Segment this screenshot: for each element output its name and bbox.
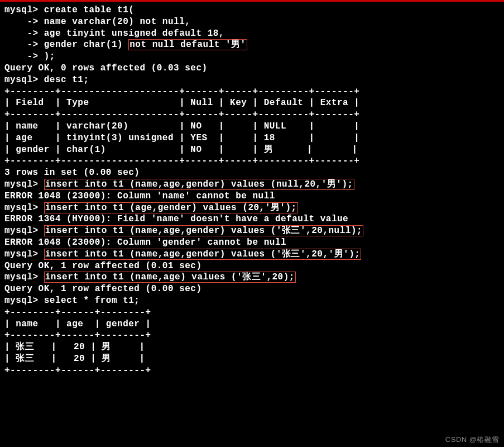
rows-in-set: 3 rows in set (0.00 sec) [4, 167, 500, 179]
prompt-3: mysql> [4, 226, 44, 236]
table-border-mid: +--------+---------------------+------+-… [4, 109, 500, 121]
table-row-gender: | gender | char(1) | NO | | 男 | | [4, 144, 500, 156]
insert-3: mysql> insert into t1 (name,age,gender) … [4, 225, 500, 237]
create-table-line-2: -> name varchar(20) not null, [4, 16, 500, 28]
table-header: | Field | Type | Null | Key | Default | … [4, 97, 500, 109]
result-header: | name | age | gender | [4, 318, 500, 330]
select-command: mysql> select * from t1; [4, 295, 500, 307]
create-table-line-4-prefix: -> gender char(1) [4, 40, 128, 50]
error-1048-gender: ERROR 1048 (23000): Column 'gender' cann… [4, 237, 500, 249]
error-1048-name: ERROR 1048 (23000): Column 'name' cannot… [4, 191, 500, 202]
result-row-1: | 张三 | 20 | 男 | [4, 341, 500, 353]
result-border-mid: +--------+------+--------+ [4, 330, 500, 341]
create-table-line-1: mysql> create table t1( [4, 4, 500, 16]
insert-4: mysql> insert into t1 (name,age,gender) … [4, 249, 500, 260]
highlighted-insert-full: insert into t1 (name,age,gender) values … [44, 249, 362, 260]
highlighted-insert-null-name: insert into t1 (name,age,gender) values … [44, 179, 354, 190]
prompt-4: mysql> [4, 249, 44, 259]
terminal-output: mysql> create table t1( -> name varchar(… [4, 4, 500, 377]
create-table-line-5: -> ); [4, 51, 500, 63]
create-table-line-4: -> gender char(1) not null default '男' [4, 39, 500, 51]
highlighted-not-null-default: not null default '男' [128, 39, 247, 50]
highlighted-insert-null-gender: insert into t1 (name,age,gender) values … [44, 225, 363, 236]
error-1364: ERROR 1364 (HY000): Field 'name' doesn't… [4, 213, 500, 225]
prompt-5: mysql> [4, 272, 44, 282]
insert-2: mysql> insert into t1 (age,gender) value… [4, 202, 500, 214]
desc-command: mysql> desc t1; [4, 74, 500, 86]
result-border-bottom: +--------+------+--------+ [4, 365, 500, 377]
insert-5: mysql> insert into t1 (name,age) values … [4, 272, 500, 283]
top-border [0, 0, 504, 2]
query-ok-insert-2: Query OK, 1 row affected (0.00 sec) [4, 283, 500, 295]
highlighted-insert-no-name: insert into t1 (age,gender) values (20,'… [44, 202, 298, 213]
table-row-age: | age | tinyint(3) unsigned | YES | | 18… [4, 132, 500, 144]
create-table-line-3: -> age tinyint unsigned default 18, [4, 28, 500, 40]
watermark: CSDN @椿融雪 [445, 435, 500, 445]
result-border-top: +--------+------+--------+ [4, 307, 500, 318]
prompt-2: mysql> [4, 203, 44, 213]
table-border-top: +--------+---------------------+------+-… [4, 86, 500, 98]
insert-1: mysql> insert into t1 (name,age,gender) … [4, 179, 500, 191]
table-row-name: | name | varchar(20) | NO | | NULL | | [4, 121, 500, 132]
query-ok-insert-1: Query OK, 1 row affected (0.01 sec) [4, 260, 500, 272]
table-border-bottom: +--------+---------------------+------+-… [4, 155, 500, 167]
result-row-2: | 张三 | 20 | 男 | [4, 353, 500, 365]
query-ok-create: Query OK, 0 rows affected (0.03 sec) [4, 63, 500, 74]
highlighted-insert-default-gender: insert into t1 (name,age) values ('张三',2… [44, 272, 296, 283]
prompt-1: mysql> [4, 179, 44, 189]
